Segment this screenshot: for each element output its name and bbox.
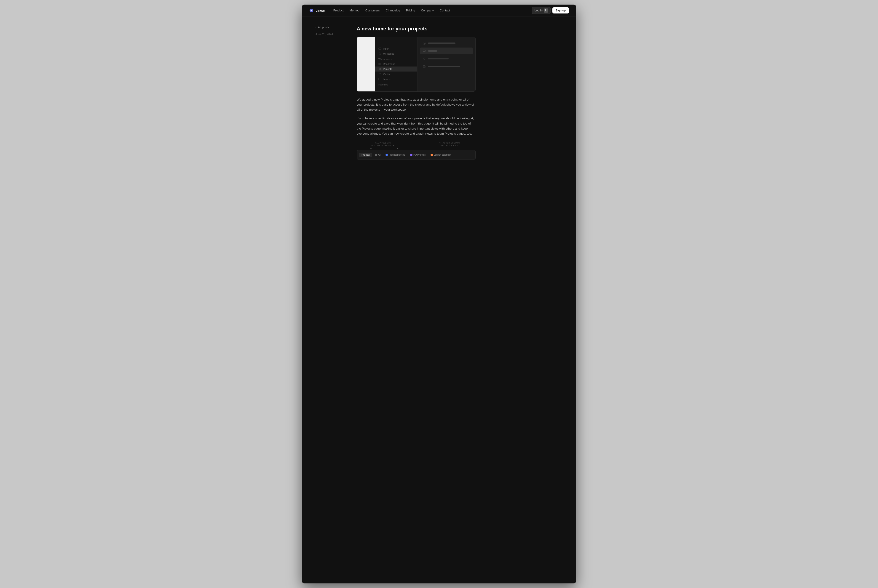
- nav-link-company[interactable]: Company: [418, 8, 436, 14]
- main-content: ‹ All posts June 20, 2024 A new home for…: [302, 16, 576, 584]
- nav-link-product[interactable]: Product: [331, 8, 346, 14]
- chevron-down-icon: ▾: [391, 58, 392, 60]
- article: A new home for your projects Inbo: [357, 26, 476, 574]
- mockup-content-row-3: [420, 55, 473, 62]
- connector-row: [357, 148, 476, 149]
- nav-actions: Log in L Sign up: [532, 7, 569, 14]
- diagram-tab-all[interactable]: All: [373, 153, 383, 157]
- post-date: June 20, 2024: [316, 33, 347, 36]
- tab-product-pipeline-label: Product pipeline: [389, 154, 405, 156]
- browser-window: Linear Product Method Customers Changelo…: [302, 4, 576, 584]
- tab-launch-calendar-label: Launch calendar: [434, 154, 451, 156]
- mockup-topbar-line: [408, 41, 415, 41]
- connector-line-right: [398, 148, 462, 148]
- article-body: We added a new Projects page that acts a…: [357, 97, 476, 136]
- mockup-nav-myissues: My issues: [375, 51, 417, 56]
- diagram-label-right: ATTACHED CUSTOM PROJECT VIEWS: [425, 142, 473, 147]
- signup-button[interactable]: Sign up: [552, 8, 569, 14]
- diagram-section: ALL PROJECTS IN YOUR WORKSPACE ATTACHED …: [357, 142, 476, 159]
- chevron-right-icon: ›: [389, 84, 389, 86]
- article-title: A new home for your projects: [357, 26, 476, 32]
- diagram-tab-product-pipeline[interactable]: Product pipeline: [383, 153, 407, 157]
- svg-point-6: [379, 69, 380, 69]
- ui-mockup: Inbox My issues Workspace ▾: [357, 37, 476, 92]
- roadmaps-label: Roadmaps: [383, 63, 395, 65]
- mockup-left-panel: [357, 37, 375, 92]
- diagram-tab-projects[interactable]: Projects: [359, 153, 372, 157]
- article-paragraph-1: We added a new Projects page that acts a…: [357, 97, 476, 112]
- diagram-tab-po-projects[interactable]: PO Projects: [408, 153, 428, 157]
- mockup-content-row-1: [420, 40, 473, 46]
- svg-rect-15: [423, 66, 425, 68]
- svg-point-10: [424, 43, 425, 44]
- tab-all-label: All: [378, 154, 380, 156]
- mockup-content-row-2: [420, 48, 473, 54]
- nav-link-customers[interactable]: Customers: [362, 8, 382, 14]
- diagram-ui: Projects All: [357, 150, 476, 159]
- mockup-sidebar: Inbox My issues Workspace ▾: [375, 37, 418, 92]
- svg-rect-7: [379, 78, 381, 80]
- navbar: Linear Product Method Customers Changelo…: [302, 4, 576, 16]
- projects-label: Projects: [383, 68, 392, 70]
- my-issues-icon: [379, 52, 381, 55]
- nav-links: Product Method Customers Changelog Prici…: [331, 8, 532, 14]
- diagram-tab-launch-calendar[interactable]: Launch calendar: [428, 153, 453, 157]
- bulb-icon: [422, 57, 426, 60]
- product-pipeline-icon: [385, 154, 388, 156]
- back-link[interactable]: ‹ All posts: [316, 26, 347, 29]
- connector-line-left: [371, 148, 397, 148]
- views-label: Views: [383, 73, 389, 75]
- mockup-workspace-label: Workspace ▾: [375, 56, 417, 62]
- diagram-header: ALL PROJECTS IN YOUR WORKSPACE ATTACHED …: [357, 142, 476, 147]
- mockup-nav-inbox: Inbox: [375, 46, 417, 51]
- mockup-line-2: [428, 50, 437, 52]
- mockup-line-4: [428, 66, 460, 67]
- nav-link-contact[interactable]: Contact: [437, 8, 453, 14]
- mockup-line-1: [428, 42, 456, 44]
- diagram-tab-more[interactable]: [453, 153, 460, 157]
- inbox-icon: [379, 47, 381, 50]
- mockup-topbar: [375, 40, 417, 42]
- mockup-nav-projects: Projects: [375, 66, 417, 72]
- nav-link-changelog[interactable]: Changelog: [383, 8, 403, 14]
- tab-po-projects-label: PO Projects: [413, 154, 425, 156]
- nav-link-method[interactable]: Method: [347, 8, 362, 14]
- launch-calendar-icon: [430, 154, 433, 156]
- svg-point-25: [457, 155, 458, 155]
- linear-logo-icon: [309, 8, 314, 13]
- mockup-nav-teams: Teams: [375, 76, 417, 82]
- svg-rect-21: [375, 155, 376, 156]
- nav-link-pricing[interactable]: Pricing: [403, 8, 418, 14]
- mockup-content-row-4: [420, 63, 473, 70]
- nav-logo[interactable]: Linear: [309, 8, 325, 13]
- svg-rect-20: [376, 154, 377, 155]
- teams-label: Teams: [383, 78, 390, 81]
- teams-icon: [379, 78, 381, 81]
- projects-icon: [379, 68, 381, 70]
- monitor-icon: [422, 50, 426, 52]
- mockup-nav-roadmaps: Roadmaps: [375, 62, 417, 66]
- mockup-content: [418, 37, 475, 92]
- calendar-icon: [422, 65, 426, 68]
- svg-point-24: [457, 155, 457, 155]
- svg-point-23: [456, 155, 456, 155]
- mockup-favorites-label: Favorites ›: [375, 82, 417, 87]
- tab-projects-label: Projects: [361, 154, 370, 156]
- grid-icon: [375, 154, 377, 156]
- back-arrow-icon: ‹: [316, 26, 316, 29]
- views-icon: [379, 73, 381, 75]
- mockup-nav-views: Views: [375, 72, 417, 76]
- more-icon: [456, 154, 458, 156]
- inbox-label: Inbox: [383, 47, 389, 50]
- diagram-tabs: Projects All: [359, 153, 473, 157]
- diagram-label-left: ALL PROJECTS IN YOUR WORKSPACE: [359, 142, 407, 147]
- login-label: Log in: [534, 9, 542, 12]
- login-avatar: L: [544, 9, 548, 13]
- article-paragraph-2: If you have a specific slice or view of …: [357, 116, 476, 136]
- svg-point-13: [424, 58, 425, 59]
- po-projects-icon: [410, 154, 412, 156]
- svg-rect-2: [379, 63, 381, 64]
- nav-logo-text: Linear: [316, 9, 325, 12]
- login-button[interactable]: Log in L: [532, 7, 550, 14]
- settings-icon: [422, 42, 426, 45]
